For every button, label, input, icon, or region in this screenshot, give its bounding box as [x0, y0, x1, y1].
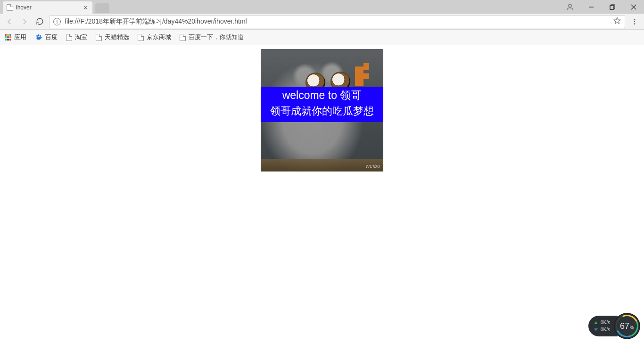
forward-button[interactable] — [19, 16, 30, 27]
bookmark-label: 百度一下，你就知道 — [189, 33, 244, 41]
apps-label: 应用 — [14, 33, 26, 41]
network-speed-pill: 0K/s 0K/s — [588, 316, 618, 336]
bookmark-taobao[interactable]: 淘宝 — [66, 33, 87, 41]
watermark-text: weibo — [366, 163, 380, 169]
usage-gauge[interactable]: 67 % — [615, 314, 639, 338]
apps-shortcut[interactable]: 应用 — [5, 33, 26, 41]
usage-percent: 67 — [620, 321, 629, 331]
svg-point-8 — [634, 19, 636, 20]
svg-point-12 — [38, 34, 40, 36]
minimize-button[interactable] — [580, 0, 602, 14]
bookmark-label: 天猫精选 — [105, 33, 129, 41]
bookmark-label: 淘宝 — [75, 33, 87, 41]
download-arrow-icon — [594, 328, 598, 331]
download-speed: 0K/s — [601, 327, 610, 332]
url-text: file:///F:/2018年新年开学前端练习/day44%20ihover/… — [65, 17, 610, 26]
decorative-ground — [261, 159, 383, 172]
svg-point-11 — [36, 35, 38, 37]
bookmark-jd[interactable]: 京东商城 — [138, 33, 171, 41]
svg-point-13 — [40, 35, 41, 37]
ihover-card[interactable]: weibo welcome to 领哥 领哥成就你的吃瓜梦想 — [261, 49, 383, 172]
user-icon[interactable] — [559, 0, 580, 14]
page-icon — [7, 4, 13, 11]
card-subline: 领哥成就你的吃瓜梦想 — [262, 103, 382, 119]
bookmark-label: 百度 — [45, 33, 58, 41]
svg-point-10 — [634, 23, 636, 24]
page-icon — [96, 34, 102, 41]
page-viewport: weibo welcome to 领哥 领哥成就你的吃瓜梦想 0K/s 0K/s… — [0, 45, 644, 343]
upload-arrow-icon — [594, 321, 598, 324]
toolbar: i file:///F:/2018年新年开学前端练习/day44%20ihove… — [0, 14, 644, 30]
bookmark-baidu[interactable]: 百度 — [35, 33, 58, 41]
browser-tab[interactable]: ihover ✕ — [3, 1, 92, 14]
network-widget[interactable]: 0K/s 0K/s 67 % — [588, 314, 639, 338]
bookmark-baidu-search[interactable]: 百度一下，你就知道 — [180, 33, 244, 41]
bookmark-label: 京东商城 — [147, 33, 171, 41]
decorative-key-shape — [355, 63, 369, 86]
tab-title: ihover — [16, 4, 32, 11]
percent-sign: % — [630, 325, 634, 330]
svg-point-0 — [569, 4, 571, 7]
upload-speed: 0K/s — [601, 320, 610, 325]
address-bar[interactable]: i file:///F:/2018年新年开学前端练习/day44%20ihove… — [49, 15, 625, 28]
card-overlay: welcome to 领哥 领哥成就你的吃瓜梦想 — [261, 87, 383, 122]
back-button[interactable] — [4, 16, 15, 27]
window-controls — [559, 0, 644, 14]
browser-menu-button[interactable] — [629, 16, 640, 27]
card-heading: welcome to 领哥 — [262, 88, 382, 103]
site-info-icon[interactable]: i — [53, 18, 61, 25]
close-window-button[interactable] — [623, 0, 644, 14]
bookmarks-bar: 应用 百度 淘宝 天猫精选 京东商城 百度一下，你就知道 — [0, 30, 644, 45]
bookmark-tmall[interactable]: 天猫精选 — [96, 33, 129, 41]
apps-icon — [5, 34, 11, 41]
bookmark-star-icon[interactable] — [613, 17, 621, 26]
reload-button[interactable] — [34, 16, 45, 27]
tab-close-button[interactable]: ✕ — [82, 4, 89, 11]
baidu-paw-icon — [35, 33, 42, 41]
new-tab-button[interactable] — [95, 3, 109, 13]
svg-rect-3 — [610, 6, 614, 9]
svg-marker-7 — [614, 17, 620, 24]
maximize-button[interactable] — [602, 0, 623, 14]
titlebar: ihover ✕ — [0, 0, 644, 14]
page-icon — [66, 34, 72, 41]
svg-point-9 — [634, 21, 636, 22]
page-icon — [138, 34, 144, 41]
page-icon — [180, 34, 186, 41]
